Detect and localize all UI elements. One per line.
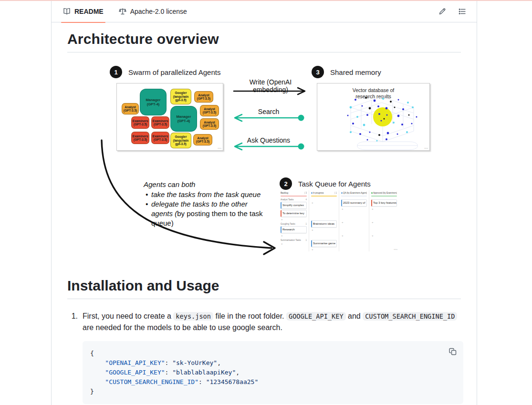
watermark: miro bbox=[424, 147, 428, 149]
vector-db-plot bbox=[341, 94, 422, 150]
agent-box: Analyst(GPT-3.5) bbox=[200, 105, 219, 116]
agents-note: Agents can both take the tasks from the … bbox=[144, 180, 268, 228]
kanban-column-qa: QA (by Examiners Agent)| 1 2023 summary … bbox=[339, 190, 369, 251]
agent-box: Analyst(GPT-3.5) bbox=[200, 118, 219, 130]
code-line: } bbox=[90, 387, 456, 396]
step1-badge: 1 bbox=[110, 66, 122, 78]
write-arrow bbox=[233, 87, 308, 95]
shared-memory-panel: Vector database of research results bbox=[317, 83, 430, 151]
highlight-circle bbox=[373, 107, 392, 126]
tab-readme[interactable]: README bbox=[59, 1, 107, 22]
code-line: "CUSTOM_SEARCH_ENGINE_ID": "12345678aa25… bbox=[90, 377, 456, 387]
list-marker: 1. bbox=[67, 311, 83, 333]
task-card: Research bbox=[281, 226, 307, 233]
tab-license[interactable]: Apache-2.0 license bbox=[115, 1, 191, 22]
list-icon bbox=[459, 8, 466, 15]
task-card: Simplify complex bbox=[281, 202, 307, 209]
task-queue-board: Backlog| 3 Analyst Tasks4 Simplify compl… bbox=[279, 190, 401, 251]
pencil-icon bbox=[438, 8, 446, 15]
agent-box: Examiners(GPT-3.5) bbox=[151, 116, 169, 129]
edit-readme-button[interactable] bbox=[436, 5, 449, 18]
task-card: Top 3 key features bbox=[371, 199, 397, 207]
readme-card: README Apache-2.0 license bbox=[51, 1, 477, 405]
code-line: "OPENAI_API_KEY": "sk-YoUrKey", bbox=[90, 358, 456, 368]
task-card: Brainstorm ideas bbox=[311, 220, 337, 228]
keys-json-code-block: { "OPENAI_API_KEY": "sk-YoUrKey", "GOOGL… bbox=[83, 341, 463, 404]
agents-note-bullet: take the tasks from the task queue bbox=[144, 190, 268, 199]
agents-note-intro: Agents can both bbox=[144, 180, 268, 189]
install-step-1: 1. First, you need to create a keys.json… bbox=[67, 311, 461, 333]
code-line: { bbox=[90, 349, 456, 358]
heading-installation: Installation and Usage bbox=[67, 278, 461, 299]
kanban-column-backlog: Backlog| 3 Analyst Tasks4 Simplify compl… bbox=[279, 190, 309, 251]
inline-code-keys-json: keys.json bbox=[173, 312, 213, 321]
readme-body: Architecture overview 1 Swarm of paralle… bbox=[52, 22, 477, 404]
agent-box: Manager(GPT-4) bbox=[170, 106, 197, 132]
kanban-column-approved: Approved (by Examiners)| 1 Top 3 key fea… bbox=[369, 190, 399, 251]
architecture-diagram: 1 Swarm of parallelized Agents Analyst(G… bbox=[67, 58, 461, 259]
step1-title: Swarm of parallelized Agents bbox=[128, 68, 220, 76]
readme-tabbar: README Apache-2.0 license bbox=[52, 1, 477, 22]
kanban-column-in-progress: In progress| 1 + Brainstorm ideas + Summ… bbox=[309, 190, 339, 251]
search-arrow bbox=[233, 114, 305, 122]
agent-box: Manager(GPT-4) bbox=[140, 89, 167, 115]
outline-toc-button[interactable] bbox=[456, 5, 469, 18]
inline-code-google-api-key: GOOGLE_API_KEY bbox=[286, 312, 346, 321]
watermark: miro bbox=[394, 248, 397, 250]
step3-badge: 3 bbox=[312, 66, 324, 78]
tab-license-label: Apache-2.0 license bbox=[130, 8, 187, 15]
agent-box: Analyst(GPT-3.5) bbox=[122, 103, 139, 114]
install-step-text: First, you need to create a keys.json fi… bbox=[83, 311, 461, 333]
code-line: "GOOGLE_API_KEY": "blablablaapiKey", bbox=[90, 368, 456, 377]
task-card: 2023 summary of bbox=[341, 199, 367, 207]
copy-icon bbox=[449, 348, 457, 355]
step2-badge: 2 bbox=[280, 177, 292, 190]
agent-box: Analyst(GPT-3.5) bbox=[194, 91, 213, 103]
agent-box: Googler(langchain gpt-3.5) bbox=[170, 89, 191, 104]
tab-readme-label: README bbox=[74, 8, 104, 15]
agents-note-bullet: delegate the tasks to the other agents (… bbox=[144, 199, 268, 228]
inline-code-search-engine-id: CUSTOM_SEARCH_ENGINE_ID bbox=[363, 312, 457, 321]
task-card: To determine key bbox=[281, 210, 307, 217]
heading-architecture: Architecture overview bbox=[67, 31, 461, 52]
copy-code-button[interactable] bbox=[446, 345, 459, 358]
task-card: Summarise game bbox=[311, 240, 337, 247]
book-icon bbox=[63, 8, 71, 15]
step2-title: Task Queue for Agents bbox=[298, 180, 371, 188]
agent-box: Examiners(GPT-3.5) bbox=[131, 116, 149, 129]
step3-title: Shared memory bbox=[330, 68, 381, 76]
law-scales-icon bbox=[119, 8, 126, 15]
